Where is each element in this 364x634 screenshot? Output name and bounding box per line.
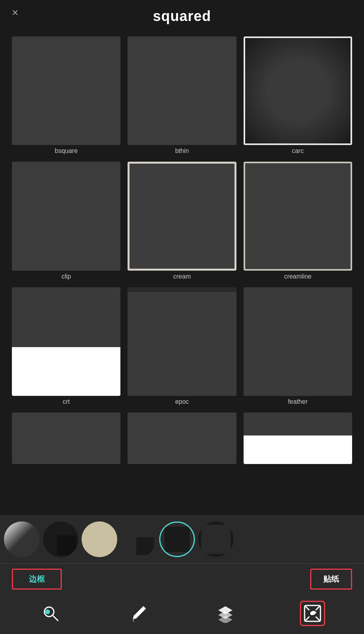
frame-thumb-bthin[interactable] [128,36,236,145]
thumb-item-3[interactable] [82,521,117,557]
list-item: carc [244,36,352,155]
frame-thumb-crt[interactable] [12,287,120,396]
frame-grid: bsquare bthin carc clip cream creamline [0,29,364,468]
thumb-item-1[interactable] [4,521,40,557]
frame-thumb-cream[interactable] [128,162,236,270]
page-title: squared [0,8,364,25]
frame-label-creamline: creamline [284,273,311,280]
frame-thumb-bsquare[interactable] [12,36,120,145]
list-item: bthin [128,36,236,155]
frame-thumb-feather[interactable] [244,287,352,396]
search-icon [39,601,64,626]
frame-thumb-carc[interactable] [244,36,352,145]
list-item: cream [128,162,236,280]
frame-thumb-partial2[interactable] [128,412,236,464]
list-item: creamline [244,162,352,280]
frame-label-clip: clip [61,273,71,280]
thumb-item-6[interactable] [198,521,234,557]
nav-item-brush[interactable] [126,601,151,626]
tab-sticker[interactable]: 贴纸 [310,569,352,590]
bottom-nav [0,594,364,634]
list-item: feather [244,287,352,405]
svg-line-1 [52,615,58,621]
frame-label-bthin: bthin [175,147,189,155]
nav-item-frame[interactable] [300,601,325,626]
layers-icon [213,601,238,626]
nav-item-search[interactable] [39,601,64,626]
close-button[interactable]: × [12,7,18,18]
thumb-strip [0,515,364,564]
frame-thumb-clip[interactable] [12,162,120,270]
list-item: epoc [128,287,236,405]
list-item [244,412,352,464]
list-item [12,412,120,464]
header: × squared [0,0,364,29]
frame-label-crt: crt [63,398,70,405]
frame-thumb-partial1[interactable] [12,412,120,464]
thumb-item-2[interactable] [43,521,78,557]
frame-label-bsquare: bsquare [55,147,78,155]
thumb-item-5[interactable] [159,521,195,557]
list-item: bsquare [12,36,120,155]
frame-thumb-partial3[interactable] [244,412,352,464]
frame-label-epoc: epoc [175,398,189,405]
frame-label-carc: carc [292,147,304,155]
list-item: crt [12,287,120,405]
frame-icon [300,601,325,626]
tab-border[interactable]: 边框 [12,569,62,590]
frame-thumb-creamline[interactable] [244,162,352,270]
thumb-item-4[interactable] [120,521,156,557]
list-item: clip [12,162,120,280]
tab-row: 边框 贴纸 [0,564,364,594]
brush-icon [126,601,151,626]
frame-label-cream: cream [173,273,191,280]
svg-marker-5 [218,616,233,623]
bottom-panel: 边框 贴纸 [0,515,364,634]
frame-label-feather: feather [288,398,308,405]
svg-point-2 [45,609,50,614]
nav-item-layers[interactable] [213,601,238,626]
list-item [128,412,236,464]
frame-thumb-epoc[interactable] [128,287,236,396]
